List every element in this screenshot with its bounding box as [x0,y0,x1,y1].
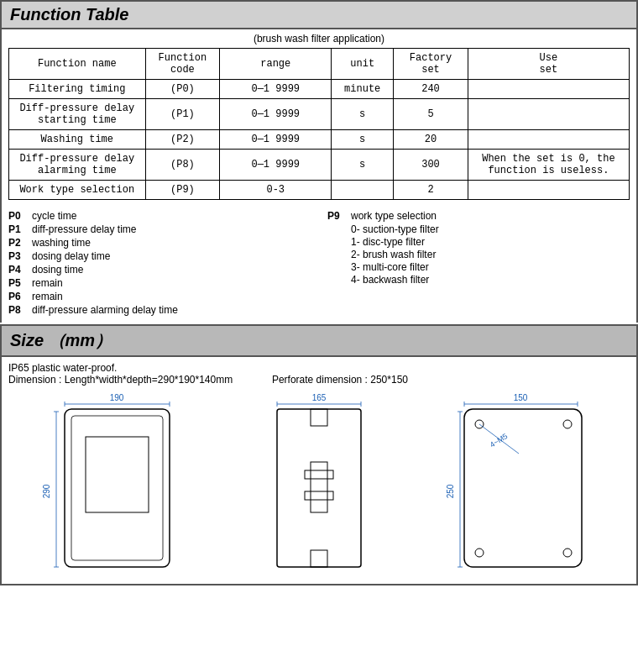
dim-width-label1: 190 [109,393,123,402]
diagram3: 150 250 4~M5 [443,391,599,579]
dim-width-label2: 165 [312,393,327,402]
legend-item: P6remain [8,291,311,302]
svg-rect-7 [71,416,163,560]
cell-uset [468,130,629,150]
legend-key: P2 [8,237,27,249]
diagram2-svg: 165 [264,391,374,575]
legend-key: P6 [8,291,27,302]
cell-unit: s [332,130,394,150]
cell-range: 0—1 9999 [220,80,332,99]
legend-label: dosing time [32,264,83,276]
cell-uset [468,181,629,200]
legend-item: P2washing time [8,237,311,249]
legend-sub-item: 3- multi-core filter [327,261,630,273]
cell-uset [468,99,629,130]
diagrams-row: 190 290 [8,391,630,579]
size-line2: Dimension : Length*width*depth=290*190*1… [8,374,630,386]
cell-fname: Diff-pressure delay alarming time [9,150,146,181]
cell-fname: Washing time [9,130,146,150]
cell-fcode: (P0) [145,80,220,99]
legend-label: washing time [32,237,91,249]
dim-height-label1: 290 [42,484,51,498]
svg-point-28 [563,549,572,557]
cell-unit: s [332,150,394,181]
legend-key: P1 [8,223,27,235]
size-title: Size （mm） [10,329,112,352]
diagram2: 165 [264,391,374,579]
cell-unit [332,181,394,200]
size-section: IP65 plastic water-proof. Dimension : Le… [0,357,638,585]
diagram1: 190 290 [39,391,195,579]
cell-fcode: (P1) [145,99,220,130]
cell-fname: Filtering timing [9,80,146,99]
cell-fset: 2 [394,181,468,200]
cell-fset: 300 [394,150,468,181]
cell-range: 0-3 [220,181,332,200]
svg-rect-13 [311,462,327,512]
legend-key: P0 [8,210,27,222]
function-table: Function name Functioncode range unit Fa… [8,48,630,200]
cell-range: 0—1 9999 [220,130,332,150]
svg-point-27 [475,549,484,557]
cell-fcode: (P9) [145,181,220,200]
legend-item: P0cycle time [8,210,311,222]
svg-rect-17 [311,550,327,567]
cell-uset: When the set is 0, the function is usele… [468,150,629,181]
legend-label: remain [32,291,63,302]
cell-uset [468,80,629,99]
legend-item: P4dosing time [8,264,311,276]
legend-label: diff-pressure alarming delay time [32,304,178,316]
table-row: Filtering timing (P0) 0—1 9999 minute 24… [9,80,630,99]
legend-key: P9 [327,210,346,222]
size-line1: IP65 plastic water-proof. [8,362,630,374]
table-row: Diff-pressure delay alarming time (P8) 0… [9,150,630,181]
legend-sub-item: 4- backwash filter [327,274,630,286]
legend-label: dosing delay time [32,250,110,262]
dim-width-label3: 150 [514,393,528,402]
svg-rect-14 [305,470,333,479]
col-header-unit: unit [332,49,394,80]
legend-sub-item: 0- suction-type filter [327,223,630,235]
diagram1-svg: 190 290 [39,391,195,575]
function-table-title: Function Table [10,5,128,24]
cell-fcode: (P2) [145,130,220,150]
size-info: IP65 plastic water-proof. Dimension : Le… [8,362,630,386]
col-header-range: range [220,49,332,80]
dim-height-label3: 250 [446,484,455,498]
legend-sub-item: 2- brush wash filter [327,249,630,260]
svg-rect-8 [86,437,149,512]
cell-fname: Work type selection [9,181,146,200]
cell-fcode: (P8) [145,150,220,181]
table-row: Washing time (P2) 0—1 9999 s 20 [9,130,630,150]
legend-key: P8 [8,304,27,316]
legend-label: remain [32,277,63,289]
col-header-fset: Factoryset [394,49,468,80]
cell-unit: minute [332,80,394,99]
table-subtitle: (brush wash filter application) [8,33,630,45]
legend-item: P3dosing delay time [8,250,311,262]
cell-range: 0—1 9999 [220,99,332,130]
table-row: Work type selection (P9) 0-3 2 [9,181,630,200]
legend-left: P0cycle timeP1diff-pressure delay timeP2… [8,210,311,318]
legend-section: P0cycle timeP1diff-pressure delay timeP2… [0,205,638,323]
table-row: Diff-pressure delay starting time (P1) 0… [9,99,630,130]
legend-key: P4 [8,264,27,276]
cell-fname: Diff-pressure delay starting time [9,99,146,130]
legend-label: cycle time [32,210,76,222]
size-dimension-text: Dimension : Length*width*depth=290*190*1… [8,374,233,386]
col-header-fcode: Functioncode [145,49,220,80]
legend-label: diff-pressure delay time [32,223,137,235]
svg-rect-15 [305,491,333,500]
legend-item: P1diff-pressure delay time [8,223,311,235]
cell-unit: s [332,99,394,130]
legend-sub-item: 1- disc-type filter [327,236,630,248]
col-header-uset: Useset [468,49,629,80]
legend-key: P3 [8,250,27,262]
legend-key: P5 [8,277,27,289]
function-table-header: Function Table [0,0,638,29]
legend-label: work type selection [351,210,437,222]
function-table-section: (brush wash filter application) Function… [0,29,638,205]
svg-rect-12 [277,409,361,567]
cell-fset: 240 [394,80,468,99]
cell-fset: 5 [394,99,468,130]
